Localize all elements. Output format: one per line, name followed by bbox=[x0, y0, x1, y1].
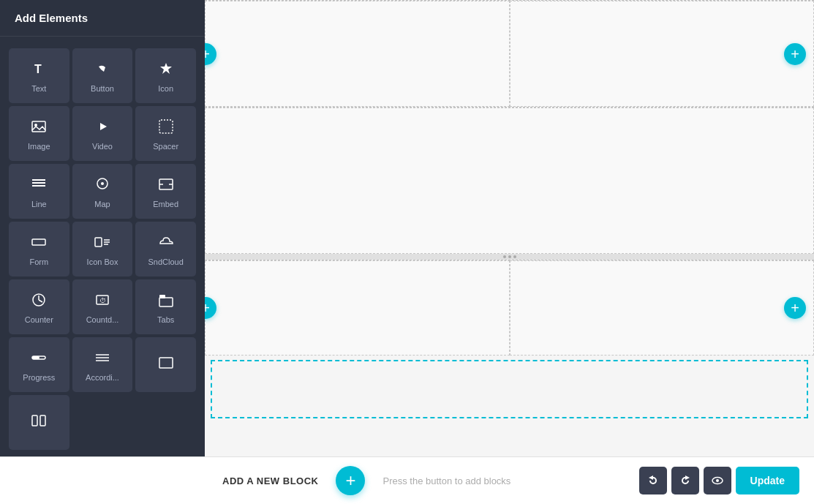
counter-icon bbox=[31, 292, 47, 311]
tabs-icon bbox=[158, 292, 174, 311]
svg-point-10 bbox=[101, 182, 104, 185]
sidebar: Add Elements TTextButtonIconImageVideoSp… bbox=[0, 0, 205, 456]
svg-rect-20 bbox=[159, 298, 173, 306]
map-icon bbox=[94, 176, 110, 195]
line-icon bbox=[31, 176, 47, 195]
element-item-cols[interactable] bbox=[9, 395, 69, 450]
spacer-icon bbox=[158, 119, 174, 138]
text-icon: T bbox=[31, 61, 47, 80]
button-icon bbox=[94, 61, 110, 80]
elements-grid: TTextButtonIconImageVideoSpacerLineMapEm… bbox=[0, 37, 205, 456]
element-label-video: Video bbox=[92, 142, 113, 151]
element-label-accordi: Accordi... bbox=[86, 373, 119, 383]
element-item-box1[interactable] bbox=[135, 337, 196, 392]
add-element-btn-row1-right[interactable]: + bbox=[784, 43, 806, 65]
resize-handle[interactable] bbox=[205, 254, 814, 260]
toolbar-actions: Update bbox=[639, 467, 799, 494]
add-element-btn-row3-left[interactable]: + bbox=[205, 297, 216, 319]
element-item-line[interactable]: Line bbox=[9, 164, 69, 219]
countd-icon: ⏱ bbox=[94, 292, 110, 311]
main-canvas-area: + + bbox=[205, 0, 814, 456]
element-item-spacer[interactable]: Spacer bbox=[135, 106, 196, 161]
canvas-cell-1-2: + bbox=[510, 1, 815, 107]
form-icon bbox=[31, 234, 47, 253]
element-item-video[interactable]: Video bbox=[72, 106, 133, 161]
element-item-progress[interactable]: Progress bbox=[9, 337, 69, 392]
element-label-sndcloud: SndCloud bbox=[148, 257, 183, 267]
element-label-button: Button bbox=[91, 84, 114, 94]
element-item-map[interactable]: Map bbox=[72, 164, 133, 219]
svg-rect-13 bbox=[95, 238, 102, 247]
svg-rect-28 bbox=[32, 415, 37, 426]
box1-icon bbox=[158, 355, 174, 374]
svg-point-31 bbox=[716, 479, 719, 482]
svg-rect-5 bbox=[159, 120, 173, 133]
svg-text:⏱: ⏱ bbox=[99, 297, 106, 304]
update-button[interactable]: Update bbox=[736, 467, 799, 494]
element-item-text[interactable]: TText bbox=[9, 48, 69, 103]
canvas: + + bbox=[205, 0, 814, 456]
element-label-form: Form bbox=[29, 257, 48, 267]
element-label-image: Image bbox=[28, 142, 50, 151]
cols-icon bbox=[31, 413, 47, 432]
svg-rect-23 bbox=[32, 356, 39, 359]
icon-icon bbox=[158, 61, 174, 80]
preview-button[interactable] bbox=[704, 467, 731, 494]
svg-text:T: T bbox=[34, 63, 42, 75]
svg-rect-21 bbox=[159, 295, 165, 298]
canvas-cell-3-2: + bbox=[510, 260, 815, 356]
svg-rect-29 bbox=[40, 415, 45, 426]
element-label-progress: Progress bbox=[23, 373, 55, 383]
svg-rect-27 bbox=[159, 358, 173, 368]
new-block-drop-area bbox=[211, 360, 808, 418]
canvas-cell-3-1: + bbox=[205, 260, 510, 356]
canvas-cell-1-1: + bbox=[205, 1, 510, 107]
sndcloud-icon bbox=[158, 234, 174, 253]
sidebar-title: Add Elements bbox=[0, 0, 205, 37]
add-block-button[interactable]: + bbox=[336, 466, 365, 495]
element-item-tabs[interactable]: Tabs bbox=[135, 279, 196, 334]
element-label-text: Text bbox=[31, 84, 46, 94]
element-label-counter: Counter bbox=[25, 315, 53, 325]
element-item-counter[interactable]: Counter bbox=[9, 279, 69, 334]
content-area: Add Elements TTextButtonIconImageVideoSp… bbox=[0, 0, 814, 456]
add-element-btn-row1-left[interactable]: + bbox=[205, 43, 216, 65]
element-label-map: Map bbox=[94, 200, 110, 209]
svg-rect-12 bbox=[32, 239, 45, 245]
element-item-countd[interactable]: ⏱Countd... bbox=[72, 279, 133, 334]
embed-icon bbox=[158, 176, 174, 195]
progress-icon bbox=[31, 350, 47, 369]
element-item-icon-box[interactable]: Icon Box bbox=[72, 222, 133, 277]
svg-marker-1 bbox=[160, 63, 172, 74]
app: Add Elements TTextButtonIconImageVideoSp… bbox=[0, 0, 814, 504]
add-block-label: ADD A NEW BLOCK bbox=[222, 475, 318, 486]
element-item-icon[interactable]: Icon bbox=[135, 48, 196, 103]
canvas-cell-2 bbox=[205, 108, 814, 254]
image-icon bbox=[31, 119, 47, 138]
accordi-icon bbox=[94, 350, 110, 369]
element-label-countd: Countd... bbox=[86, 315, 119, 325]
element-label-line: Line bbox=[31, 200, 47, 209]
svg-rect-2 bbox=[32, 121, 45, 132]
element-label-icon-box: Icon Box bbox=[87, 257, 118, 267]
canvas-row-3: + + bbox=[205, 260, 814, 356]
add-block-hint: Press the button to add blocks bbox=[382, 475, 630, 486]
element-label-spacer: Spacer bbox=[153, 142, 178, 151]
video-icon bbox=[94, 119, 110, 138]
add-element-btn-row3-right[interactable]: + bbox=[784, 297, 806, 319]
element-item-accordi[interactable]: Accordi... bbox=[72, 337, 133, 392]
bottom-toolbar: ADD A NEW BLOCK + Press the button to ad… bbox=[0, 456, 814, 504]
svg-marker-4 bbox=[100, 123, 107, 130]
element-item-embed[interactable]: Embed bbox=[135, 164, 196, 219]
canvas-row-1: + + bbox=[205, 0, 814, 107]
canvas-row-2 bbox=[205, 107, 814, 254]
element-item-button[interactable]: Button bbox=[72, 48, 133, 103]
redo-button[interactable] bbox=[671, 467, 699, 494]
icon-box-icon bbox=[94, 234, 110, 253]
undo-button[interactable] bbox=[639, 467, 667, 494]
element-item-form[interactable]: Form bbox=[9, 222, 69, 277]
element-label-icon: Icon bbox=[158, 84, 173, 94]
element-item-sndcloud[interactable]: SndCloud bbox=[135, 222, 196, 277]
element-label-embed: Embed bbox=[153, 200, 178, 209]
element-item-image[interactable]: Image bbox=[9, 106, 69, 161]
